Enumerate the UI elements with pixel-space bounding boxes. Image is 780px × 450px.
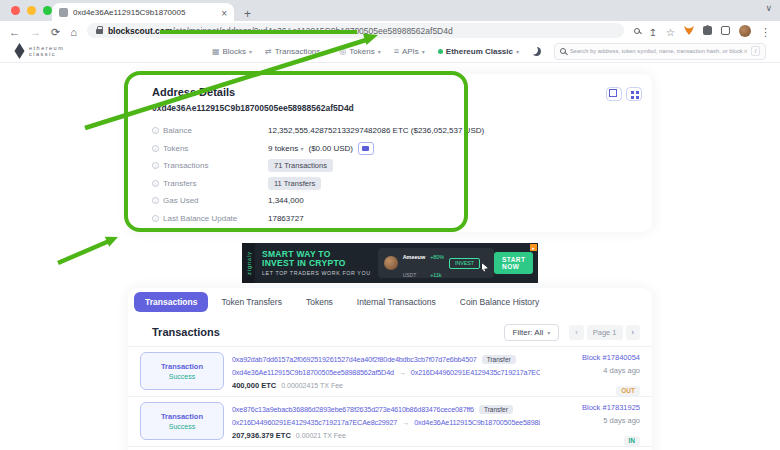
nav-tokens[interactable]: Tokens <box>339 47 380 56</box>
tokens-icon <box>339 47 346 56</box>
browser-menu-icon[interactable] <box>760 22 771 40</box>
tab-coin-balance-history[interactable]: Coin Balance History <box>449 292 550 312</box>
close-window-button[interactable] <box>11 6 20 15</box>
transaction-hash-link[interactable]: 0xa92dab7dd6157a2f0692519261527d4ea40f2f… <box>232 355 477 364</box>
forward-button[interactable] <box>30 22 41 40</box>
back-button[interactable] <box>9 22 20 40</box>
ad-tagline: LET TOP TRADERS WORK FOR YOU <box>262 270 371 276</box>
nav-transactions[interactable]: Transactions <box>265 47 326 56</box>
transaction-status-box: Transaction Success <box>140 352 224 390</box>
transaction-status: Success <box>169 373 195 380</box>
refresh-button[interactable] <box>51 22 60 40</box>
pagination: Page 1 <box>569 325 640 340</box>
toolbar-actions <box>634 22 771 40</box>
transactions-row: Transactions 71 Transactions <box>152 157 628 175</box>
search-icon <box>560 48 566 54</box>
chevron-down-icon <box>249 47 252 56</box>
window-chevron-icon[interactable] <box>765 3 772 13</box>
bookmark-star-icon[interactable] <box>666 22 675 40</box>
share-icon[interactable] <box>649 22 657 40</box>
direction-badge: IN <box>624 436 641 446</box>
address-bar[interactable]: blockscout.com/etc/mainnet/address/0xd4e… <box>87 23 624 38</box>
network-selector[interactable]: Ethereum Classic <box>438 47 519 56</box>
tab-close-icon[interactable] <box>221 3 227 21</box>
address-hash: 0xd4e36Ae112915C9b18700505ee58988562af5D… <box>152 103 628 113</box>
transaction-details: 0xe876c13a9ebacb36886d2893ebe678f2635d27… <box>232 402 540 441</box>
dark-mode-toggle-icon[interactable] <box>532 47 541 56</box>
prev-page-button[interactable] <box>569 325 584 340</box>
ad-banner[interactable]: zignaly SMART WAY TO INVEST IN CRYPTO LE… <box>242 243 538 283</box>
transaction-fee: 0.00002415 TX Fee <box>281 382 343 389</box>
window-controls <box>11 6 52 15</box>
tab-tokens[interactable]: Tokens <box>295 292 344 312</box>
browser-toolbar: blockscout.com/etc/mainnet/address/0xd4e… <box>0 21 780 40</box>
transfer-badge: Transfer <box>482 355 516 364</box>
browser-avatar[interactable] <box>739 25 751 37</box>
blocks-icon <box>212 47 220 56</box>
extensions-puzzle-icon[interactable] <box>703 26 712 35</box>
arrow-right-icon <box>402 419 409 426</box>
copy-address-button[interactable] <box>606 87 622 101</box>
logo-text: ethereum classic <box>29 45 64 57</box>
nav-blocks[interactable]: Blocks <box>212 47 252 56</box>
transaction-row: Transaction Success 0xe876c13a9ebacb3688… <box>128 396 652 446</box>
nav-transactions-label: Transactions <box>275 47 321 56</box>
site-logo[interactable]: ethereum classic <box>14 43 64 59</box>
maximize-window-button[interactable] <box>43 6 52 15</box>
balance-row: Balance 12,352,555.428752133297482086 ET… <box>152 122 628 140</box>
chevron-down-icon <box>547 328 550 337</box>
transactions-count-badge: 71 Transactions <box>268 159 333 172</box>
transaction-hash-link[interactable]: 0xe876c13a9ebacb36886d2893ebe678f2635d27… <box>232 405 474 414</box>
search-input[interactable] <box>570 48 747 54</box>
gas-used-value: 1,344,000 <box>268 196 304 205</box>
to-address-link[interactable]: 0xd4e36Ae112915C9b18700505ee58988562af5D… <box>414 418 540 427</box>
from-address-link[interactable]: 0x216D44960291E4129435c719217a7ECAe8c299… <box>232 418 397 427</box>
last-balance-update-value: 17863727 <box>268 214 304 223</box>
new-tab-button[interactable] <box>244 4 251 22</box>
tab-internal-transactions[interactable]: Internal Transactions <box>346 292 447 312</box>
trader-name: Ameeuw <box>403 254 426 260</box>
lock-icon[interactable] <box>96 29 103 34</box>
nav-apis[interactable]: APIs <box>394 46 425 56</box>
nav-apis-label: APIs <box>402 47 419 56</box>
zoom-search-icon[interactable] <box>634 28 640 34</box>
tab-token-transfers[interactable]: Token Transfers <box>210 292 292 312</box>
wallet-button[interactable] <box>358 142 374 155</box>
network-name: Ethereum Classic <box>446 47 513 56</box>
profile-square-icon[interactable] <box>721 26 730 35</box>
apis-icon <box>394 46 399 56</box>
chevron-down-icon <box>422 47 425 56</box>
start-now-button[interactable]: START NOW <box>494 252 533 274</box>
to-address-link[interactable]: 0x216D44960291E4129435c719217a7ECAe8c299… <box>411 368 540 377</box>
site-search[interactable]: / <box>554 43 766 60</box>
chevron-down-icon <box>516 47 519 56</box>
ad-choices-icon[interactable] <box>530 244 537 251</box>
transfers-row: Transfers 11 Transfers <box>152 175 628 193</box>
filter-button[interactable]: Filter: All <box>504 324 560 341</box>
block-link[interactable]: Block #17831925 <box>548 403 640 416</box>
tab-transactions[interactable]: Transactions <box>134 292 208 312</box>
browser-tab[interactable]: 0xd4e36Ae112915C9b1870005 <box>52 3 234 21</box>
transaction-details: 0xa92dab7dd6157a2f0692519261527d4ea40f2f… <box>232 352 540 391</box>
gas-used-label: Gas Used <box>163 196 199 205</box>
info-icon <box>152 215 159 222</box>
tokens-dropdown[interactable]: 9 tokens <box>268 144 304 153</box>
wallet-icon <box>362 146 369 151</box>
home-button[interactable] <box>70 22 77 40</box>
metamask-icon[interactable] <box>684 26 694 35</box>
cursor-icon <box>481 263 488 272</box>
block-link[interactable]: Block #17840054 <box>548 353 640 366</box>
nav-tokens-label: Tokens <box>349 47 374 56</box>
qr-code-button[interactable] <box>626 87 642 101</box>
trader-stat-2: +11k <box>430 272 441 278</box>
browser-tab-strip: 0xd4e36Ae112915C9b1870005 <box>0 0 780 21</box>
page-label: Page 1 <box>587 325 623 340</box>
ad-trader-panel: Ameeuw USDT +80% +11k INVEST <box>378 248 494 278</box>
info-icon <box>152 197 159 204</box>
info-icon <box>152 145 159 152</box>
from-address-link[interactable]: 0xd4e36Ae112915C9b18700505ee58988562af5D… <box>232 368 394 377</box>
next-page-button[interactable] <box>626 325 641 340</box>
nav-blocks-label: Blocks <box>223 47 247 56</box>
invest-button[interactable]: INVEST <box>449 258 480 269</box>
minimize-window-button[interactable] <box>27 6 36 15</box>
